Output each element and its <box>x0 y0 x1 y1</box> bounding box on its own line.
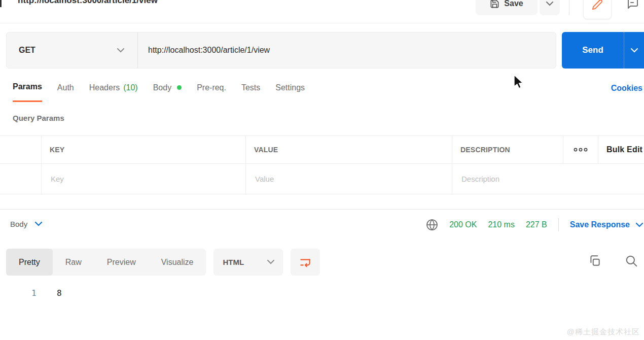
request-title: http://localhost:3000/article/1/view <box>18 0 158 6</box>
tab-settings[interactable]: Settings <box>275 81 305 102</box>
save-button[interactable]: Save <box>476 0 538 15</box>
send-options-button[interactable] <box>624 32 644 69</box>
wrap-text-button[interactable] <box>291 249 320 276</box>
comment-icon <box>627 0 639 10</box>
wrap-text-icon <box>299 256 312 269</box>
search-response-button[interactable] <box>625 254 638 269</box>
watermark: @稀土掘金技术社区 <box>567 327 640 337</box>
pencil-icon <box>592 0 603 10</box>
save-response-button[interactable]: Save Response <box>570 220 643 229</box>
tab-edge-mark <box>0 0 2 7</box>
chevron-down-icon <box>267 260 274 264</box>
search-icon <box>625 254 638 267</box>
save-button-label: Save <box>504 0 523 8</box>
request-url-bar: GET <box>6 32 556 69</box>
edit-button[interactable] <box>583 0 612 19</box>
response-body-label: Body <box>10 220 27 228</box>
key-input[interactable] <box>50 174 238 184</box>
copy-icon <box>588 254 601 267</box>
query-params-table: KEY VALUE DESCRIPTION Bulk Edit <box>0 135 644 194</box>
response-time[interactable]: 210 ms <box>488 220 514 229</box>
description-column-header: DESCRIPTION <box>452 136 563 163</box>
key-column-header: KEY <box>41 136 245 163</box>
tab-body[interactable]: Body <box>153 81 182 102</box>
value-cell <box>245 164 452 194</box>
cookies-link[interactable]: Cookies <box>611 84 642 93</box>
tab-pretty[interactable]: Pretty <box>6 249 53 276</box>
method-label: GET <box>19 46 35 55</box>
query-params-title: Query Params <box>13 114 64 122</box>
table-row <box>0 164 644 194</box>
tab-visualize[interactable]: Visualize <box>149 249 206 276</box>
request-title-bar: http://localhost:3000/article/1/view Sav… <box>0 0 644 23</box>
save-options-button[interactable] <box>540 0 560 15</box>
tab-pre-request[interactable]: Pre-req. <box>197 81 226 102</box>
chevron-down-icon <box>636 223 643 227</box>
request-tabs: Params Auth Headers (10) Body Pre-req. T… <box>13 81 305 102</box>
tab-params[interactable]: Params <box>13 81 42 102</box>
status-badge[interactable]: 200 OK <box>449 220 477 229</box>
copy-response-button[interactable] <box>588 254 601 269</box>
response-size[interactable]: 227 B <box>526 220 547 229</box>
bulk-edit-button[interactable]: Bulk Edit <box>598 136 644 163</box>
response-body-content: 8 <box>57 288 62 298</box>
tab-preview[interactable]: Preview <box>94 249 149 276</box>
table-header-row: KEY VALUE DESCRIPTION Bulk Edit <box>0 135 644 164</box>
more-options-icon <box>573 146 588 153</box>
globe-icon <box>426 219 438 231</box>
tab-tests[interactable]: Tests <box>241 81 260 102</box>
description-cell <box>452 164 644 194</box>
body-dot-indicator <box>177 85 182 90</box>
response-format-label: HTML <box>223 258 244 266</box>
response-view-tabs: Pretty Raw Preview Visualize <box>6 249 206 276</box>
url-input[interactable] <box>138 32 556 68</box>
save-response-label: Save Response <box>570 220 630 229</box>
tab-body-label: Body <box>153 82 171 93</box>
line-number: 1 <box>31 288 37 298</box>
response-format-select[interactable]: HTML <box>213 249 283 276</box>
app-window: http://localhost:3000/article/1/view Sav… <box>0 0 644 340</box>
response-stats: 200 OK 210 ms 227 B Save Response <box>426 218 643 231</box>
tab-auth[interactable]: Auth <box>57 81 74 102</box>
headers-count-badge: (10) <box>123 82 137 93</box>
response-view-toolbar: Pretty Raw Preview Visualize HTML <box>6 249 320 276</box>
chevron-down-icon <box>546 2 553 6</box>
send-button-label[interactable]: Send <box>562 32 624 69</box>
method-select[interactable]: GET <box>7 32 138 68</box>
network-button[interactable] <box>426 219 438 231</box>
response-body-select[interactable]: Body <box>10 220 42 228</box>
tab-headers[interactable]: Headers (10) <box>89 81 138 102</box>
checkbox-column-header <box>0 136 41 163</box>
value-column-header: VALUE <box>245 136 452 163</box>
tab-headers-label: Headers <box>89 82 120 93</box>
pane-divider[interactable] <box>0 209 644 210</box>
description-input[interactable] <box>460 174 637 184</box>
save-icon <box>490 0 499 9</box>
cursor-pointer <box>513 75 526 89</box>
chevron-down-icon <box>631 48 638 53</box>
topbar-divider <box>569 0 569 15</box>
comment-button[interactable] <box>622 0 644 14</box>
value-input[interactable] <box>254 174 444 184</box>
key-cell <box>41 164 245 194</box>
chevron-down-icon <box>35 222 42 226</box>
response-body-viewer[interactable]: 1 8 @稀土掘金技术社区 <box>0 276 644 340</box>
tab-raw[interactable]: Raw <box>53 249 94 276</box>
row-checkbox-cell <box>0 164 41 194</box>
send-button[interactable]: Send <box>562 32 644 69</box>
chevron-down-icon <box>117 48 124 53</box>
more-options-button[interactable] <box>563 136 598 163</box>
stats-divider <box>558 218 559 231</box>
